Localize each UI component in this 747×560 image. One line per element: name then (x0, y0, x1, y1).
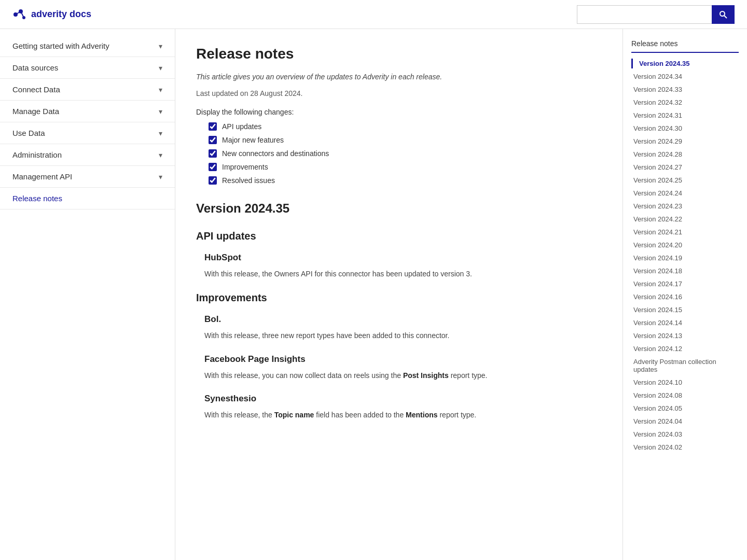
toc-link[interactable]: Version 2024.29 (631, 136, 739, 146)
sidebar: Getting started with Adverity▾Data sourc… (0, 29, 175, 560)
section-title: API updates (196, 230, 602, 242)
list-item: Version 2024.12 (631, 342, 739, 355)
list-item: Version 2024.20 (631, 239, 739, 251)
toc-link[interactable]: Version 2024.03 (631, 429, 739, 439)
logo-text: adverity docs (31, 9, 91, 20)
list-item: Version 2024.02 (631, 441, 739, 454)
toc-link[interactable]: Version 2024.21 (631, 227, 739, 237)
connector-title: Bol. (196, 314, 602, 325)
connector-description: With this release, you can now collect d… (196, 370, 602, 381)
toc-link[interactable]: Adverity Postman collection updates (631, 357, 739, 374)
toc-link[interactable]: Version 2024.25 (631, 175, 739, 185)
filter-checkbox-api-updates[interactable] (209, 122, 217, 131)
list-item: Version 2024.04 (631, 415, 739, 428)
toc-link[interactable]: Version 2024.22 (631, 214, 739, 224)
toc-link[interactable]: Version 2024.18 (631, 266, 739, 276)
sidebar-item-data-sources[interactable]: Data sources▾ (0, 57, 175, 79)
toc-link[interactable]: Version 2024.27 (631, 162, 739, 172)
filter-checkbox-new-connectors[interactable] (209, 149, 217, 158)
toc-link[interactable]: Version 2024.32 (631, 97, 739, 107)
sidebar-item-label: Release notes (12, 194, 62, 203)
list-item: Resolved issues (209, 176, 602, 185)
toc-link[interactable]: Version 2024.13 (631, 331, 739, 341)
connector-description: With this release, three new report type… (196, 330, 602, 341)
filter-checkbox-resolved-issues[interactable] (209, 176, 217, 185)
connector-title: HubSpot (196, 253, 602, 263)
list-item: Version 2024.18 (631, 264, 739, 277)
sidebar-item-label: Administration (12, 150, 62, 159)
svg-line-6 (724, 16, 727, 18)
search-input[interactable] (577, 5, 712, 24)
list-item: Adverity Postman collection updates (631, 355, 739, 376)
list-item: Version 2024.13 (631, 329, 739, 342)
sidebar-item-administration[interactable]: Administration▾ (0, 144, 175, 166)
chevron-down-icon: ▾ (159, 86, 162, 94)
list-item: Version 2024.24 (631, 187, 739, 200)
logo[interactable]: adverity docs (12, 7, 91, 22)
list-item: Version 2024.31 (631, 109, 739, 122)
filter-label: Resolved issues (222, 176, 275, 185)
sidebar-item-label: Management API (12, 172, 72, 181)
header: adverity docs (0, 0, 747, 29)
toc-link[interactable]: Version 2024.14 (631, 318, 739, 328)
chevron-down-icon: ▾ (159, 151, 162, 159)
list-item: Version 2024.10 (631, 376, 739, 389)
adverity-logo-icon (12, 7, 27, 22)
filter-label: Major new features (222, 136, 284, 144)
toc-link[interactable]: Version 2024.30 (631, 123, 739, 133)
last-updated: Last updated on 28 August 2024. (196, 89, 602, 97)
toc-link[interactable]: Version 2024.20 (631, 240, 739, 250)
sections-container: API updatesHubSpotWith this release, the… (196, 230, 602, 421)
filter-label: New connectors and destinations (222, 149, 329, 158)
toc-link[interactable]: Version 2024.15 (631, 305, 739, 315)
chevron-down-icon: ▾ (159, 42, 162, 50)
sidebar-item-label: Getting started with Adverity (12, 41, 109, 50)
toc-link[interactable]: Version 2024.34 (631, 72, 739, 81)
toc-link[interactable]: Version 2024.31 (631, 110, 739, 120)
section-title: Improvements (196, 292, 602, 304)
subtitle: This article gives you an overview of th… (196, 73, 602, 81)
connector-description: With this release, the Owners API for th… (196, 268, 602, 279)
sidebar-item-getting-started[interactable]: Getting started with Adverity▾ (0, 35, 175, 57)
toc-link[interactable]: Version 2024.12 (631, 344, 739, 354)
toc-header: Release notes (631, 39, 739, 53)
list-item: Version 2024.17 (631, 277, 739, 290)
layout: Getting started with Adverity▾Data sourc… (0, 29, 747, 560)
list-item: Version 2024.15 (631, 303, 739, 316)
list-item: Version 2024.23 (631, 200, 739, 213)
list-item: Version 2024.14 (631, 316, 739, 329)
filter-checkbox-improvements[interactable] (209, 163, 217, 171)
sidebar-item-release-notes[interactable]: Release notes (0, 188, 175, 209)
filter-checkbox-major-features[interactable] (209, 136, 217, 144)
toc-link[interactable]: Version 2024.17 (631, 279, 739, 289)
chevron-down-icon: ▾ (159, 64, 162, 72)
toc-link[interactable]: Version 2024.23 (631, 201, 739, 211)
sidebar-item-connect-data[interactable]: Connect Data▾ (0, 79, 175, 101)
toc-link[interactable]: Version 2024.19 (631, 253, 739, 263)
chevron-down-icon: ▾ (159, 129, 162, 137)
sidebar-item-label: Connect Data (12, 85, 60, 94)
chevron-down-icon: ▾ (159, 107, 162, 116)
toc-link[interactable]: Version 2024.35 (637, 59, 739, 68)
version-title: Version 2024.35 (196, 201, 602, 216)
toc-link[interactable]: Version 2024.10 (631, 377, 739, 387)
toc-link[interactable]: Version 2024.16 (631, 292, 739, 302)
search-button[interactable] (712, 5, 735, 24)
list-item: Version 2024.08 (631, 389, 739, 402)
toc-link[interactable]: Version 2024.24 (631, 188, 739, 198)
sidebar-item-manage-data[interactable]: Manage Data▾ (0, 101, 175, 122)
sidebar-item-management-api[interactable]: Management API▾ (0, 166, 175, 188)
toc-link[interactable]: Version 2024.33 (631, 85, 739, 94)
list-item: Version 2024.28 (631, 148, 739, 161)
toc-link[interactable]: Version 2024.04 (631, 416, 739, 426)
filter-checkboxes: API updatesMajor new featuresNew connect… (196, 122, 602, 185)
sidebar-item-use-data[interactable]: Use Data▾ (0, 122, 175, 144)
toc-link[interactable]: Version 2024.28 (631, 149, 739, 159)
list-item: Version 2024.25 (631, 174, 739, 187)
toc-link[interactable]: Version 2024.05 (631, 403, 739, 413)
toc-link[interactable]: Version 2024.08 (631, 390, 739, 400)
search-container (577, 5, 735, 24)
list-item: Version 2024.35 (631, 57, 739, 70)
page-title: Release notes (196, 46, 602, 62)
toc-link[interactable]: Version 2024.02 (631, 442, 739, 452)
